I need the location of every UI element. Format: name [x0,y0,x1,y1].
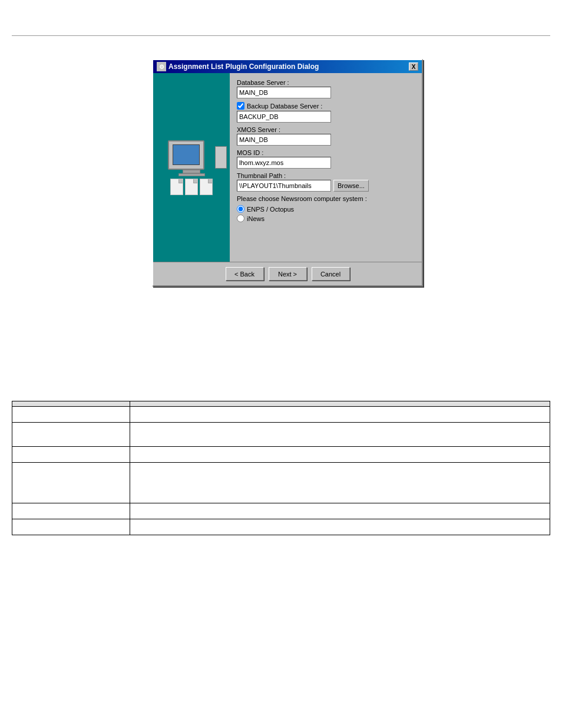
dialog-illustration-panel [153,73,230,262]
table-cell [12,423,130,447]
back-button[interactable]: < Back [226,267,264,281]
table-row [12,407,550,423]
top-divider [12,35,550,36]
table-row [12,519,550,535]
browse-button[interactable]: Browse... [333,180,369,192]
computer-illustration [168,140,215,195]
dialog-titlebar: ⚙ Assignment List Plugin Configuration D… [153,60,422,73]
backup-server-label: Backup Database Server : [247,103,322,110]
xmos-server-label: XMOS Server : [237,126,415,133]
dialog-button-bar: < Back Next > Cancel [153,262,422,285]
newsroom-system-row: Please choose Newsroom computer system :… [237,195,415,222]
inews-radio-label: iNews [247,215,265,222]
table-cell [130,463,550,503]
thumbnail-path-row: Thumbnail Path : Browse... [237,172,415,192]
table-cell [12,407,130,423]
table-header-col2 [130,401,550,407]
next-button[interactable]: Next > [269,267,307,281]
table-row [12,503,550,519]
mos-id-input[interactable] [237,157,331,169]
backup-server-row: Backup Database Server : [237,102,415,123]
cancel-button[interactable]: Cancel [312,267,350,281]
docs-illustration [170,179,213,195]
table-cell [130,407,550,423]
dialog-title: Assignment List Plugin Configuration Dia… [168,62,319,71]
database-server-row: Database Server : [237,79,415,98]
table-cell [130,503,550,519]
doc-icon-3 [200,179,213,195]
enps-radio-label: ENPS / Octopus [247,206,294,213]
doc-icon-1 [170,179,183,195]
inews-radio[interactable] [237,215,244,222]
dialog-close-button[interactable]: X [409,62,418,71]
backup-checkbox-row: Backup Database Server : [237,102,415,110]
inews-radio-row: iNews [237,215,415,222]
thumbnail-input-row: Browse... [237,180,415,192]
data-table [12,401,550,535]
table-row [12,423,550,447]
table-row [12,463,550,503]
thumbnail-path-input[interactable] [237,180,331,192]
table-row [12,447,550,463]
doc-icon-2 [185,179,198,195]
table-cell [130,447,550,463]
dialog-title-icon: ⚙ [157,62,166,71]
data-table-section [12,401,550,535]
mos-id-row: MOS ID : [237,149,415,169]
table-cell [12,447,130,463]
table-cell [12,519,130,535]
newsroom-system-label: Please choose Newsroom computer system : [237,195,415,202]
xmos-server-row: XMOS Server : [237,126,415,146]
table-cell [12,503,130,519]
monitor-icon [168,140,204,170]
dialog-form-panel: Database Server : Backup Database Server… [230,73,422,262]
mos-id-label: MOS ID : [237,149,415,156]
table-cell [130,423,550,447]
enps-radio-row: ENPS / Octopus [237,205,415,213]
backup-checkbox[interactable] [237,102,244,110]
table-cell [12,463,130,503]
table-header-col1 [12,401,130,407]
monitor-screen [173,144,200,165]
thumbnail-path-label: Thumbnail Path : [237,172,415,179]
dialog-body: Database Server : Backup Database Server… [153,73,422,262]
enps-radio[interactable] [237,205,244,213]
tower-icon [215,146,227,169]
database-server-input[interactable] [237,87,331,98]
config-dialog: ⚙ Assignment List Plugin Configuration D… [152,59,423,286]
xmos-server-input[interactable] [237,134,331,146]
backup-server-input[interactable] [237,111,331,123]
database-server-label: Database Server : [237,79,415,86]
newsroom-radio-group: ENPS / Octopus iNews [237,205,415,222]
table-cell [130,519,550,535]
titlebar-left: ⚙ Assignment List Plugin Configuration D… [157,62,319,71]
monitor-stand [178,173,205,176]
